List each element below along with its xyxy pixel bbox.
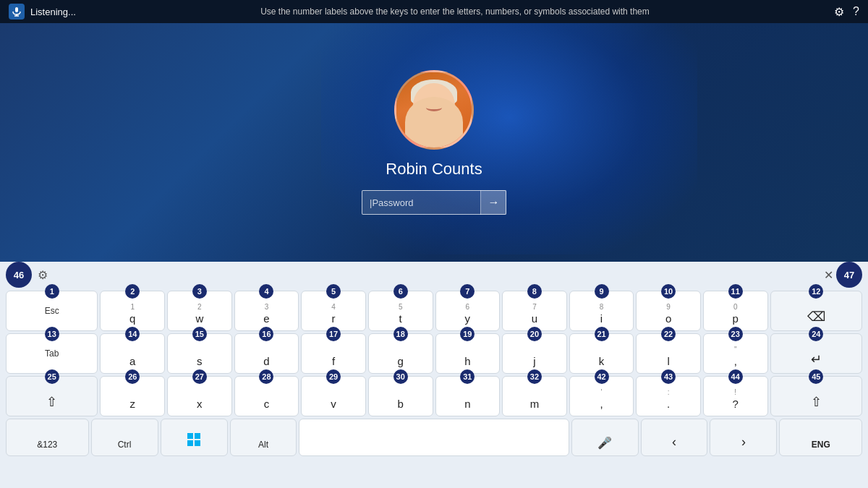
key-alt[interactable]: Alt [230,419,297,456]
help-icon[interactable]: ? [853,5,859,18]
key-esc[interactable]: 1 Esc [6,291,98,331]
key-f[interactable]: 17 f [301,333,366,374]
key-o[interactable]: 10 9 o [636,291,701,331]
key-j[interactable]: 20 j [502,333,567,374]
badge-left: 46 [6,262,32,288]
badge-right: 47 [836,262,862,288]
badge-1: 1 [45,284,59,299]
key-p[interactable]: 11 0 p [703,291,768,331]
key-i[interactable]: 9 8 i [569,291,634,331]
key-v[interactable]: 29 v [301,376,366,416]
key-r[interactable]: 5 4 r [301,291,366,331]
key-x[interactable]: 27 x [167,376,232,416]
key-row-3: 25 ⇧ 26 z 27 x 28 c 29 v 30 b 31 [6,376,862,416]
key-comma-quote[interactable]: 23 " , [703,333,768,374]
key-s[interactable]: 15 s [167,333,232,374]
key-g[interactable]: 18 g [368,333,433,374]
keyboard-settings-icon[interactable]: ⚙ [38,268,48,282]
top-bar-right: ⚙ ? [834,5,859,19]
key-space[interactable] [299,419,569,456]
key-u[interactable]: 8 7 u [502,291,567,331]
key-d[interactable]: 16 d [234,333,299,374]
settings-icon[interactable]: ⚙ [834,5,844,19]
listening-label: Listening... [30,7,76,17]
svg-rect-3 [187,433,193,439]
avatar [394,70,474,150]
key-apostrophe[interactable]: 42 ' , [569,376,634,416]
key-shift-left[interactable]: 25 ⇧ [6,376,98,416]
key-arrow-right[interactable]: › [710,419,777,456]
key-t[interactable]: 6 5 t [368,291,433,331]
keyboard-area: 1 Esc 2 1 q 3 2 w 4 3 e 5 4 r 6 5 [0,288,868,488]
key-win[interactable] [161,419,228,456]
key-enter[interactable]: 24 ↵ [770,333,862,374]
key-lang[interactable]: ENG [779,419,862,456]
key-ctrl[interactable]: Ctrl [91,419,158,456]
key-n[interactable]: 31 n [435,376,501,416]
key-shift-right[interactable]: 45 ⇧ [770,376,862,416]
key-row-4: &123 Ctrl Alt 🎤 [6,419,862,456]
key-z[interactable]: 26 z [100,376,165,416]
background-blob [321,23,697,254]
key-exclaim[interactable]: 44 ! ? [703,376,768,416]
svg-rect-0 [15,7,18,12]
password-field-wrap: → [362,190,506,215]
key-row-2: 13 Tab 14 a 15 s 16 d 17 f 18 g 19 [6,333,862,374]
key-l[interactable]: 22 l [636,333,701,374]
key-y[interactable]: 7 6 y [435,291,501,331]
key-colon[interactable]: 43 : . [636,376,701,416]
key-row-1: 1 Esc 2 1 q 3 2 w 4 3 e 5 4 r 6 5 [6,291,862,331]
key-c[interactable]: 28 c [234,376,299,416]
key-e[interactable]: 4 3 e [234,291,299,331]
key-m[interactable]: 32 m [502,376,567,416]
svg-rect-4 [195,433,200,439]
key-a[interactable]: 14 a [100,333,165,374]
instructions-text: Use the number labels above the keys to … [76,7,834,17]
key-h[interactable]: 19 h [435,333,501,374]
key-arrow-left[interactable]: ‹ [641,419,708,456]
svg-rect-5 [187,440,193,446]
close-icon[interactable]: ✕ [824,268,833,282]
key-w[interactable]: 3 2 w [167,291,232,331]
lock-screen: Robin Counts → [0,23,868,262]
key-q[interactable]: 2 1 q [100,291,165,331]
key-tab[interactable]: 13 Tab [6,333,98,374]
key-k[interactable]: 21 k [569,333,634,374]
password-submit-button[interactable]: → [480,190,506,215]
key-mic[interactable]: 🎤 [571,419,639,456]
top-bar: Listening... Use the number labels above… [0,0,868,23]
key-fn-123[interactable]: &123 [6,419,89,456]
key-backspace[interactable]: 12 ⌫ [770,291,862,331]
svg-rect-6 [195,440,200,446]
top-bar-left: Listening... [9,4,76,20]
mic-icon [9,4,25,20]
key-b[interactable]: 30 b [368,376,433,416]
user-name: Robin Counts [386,160,482,179]
